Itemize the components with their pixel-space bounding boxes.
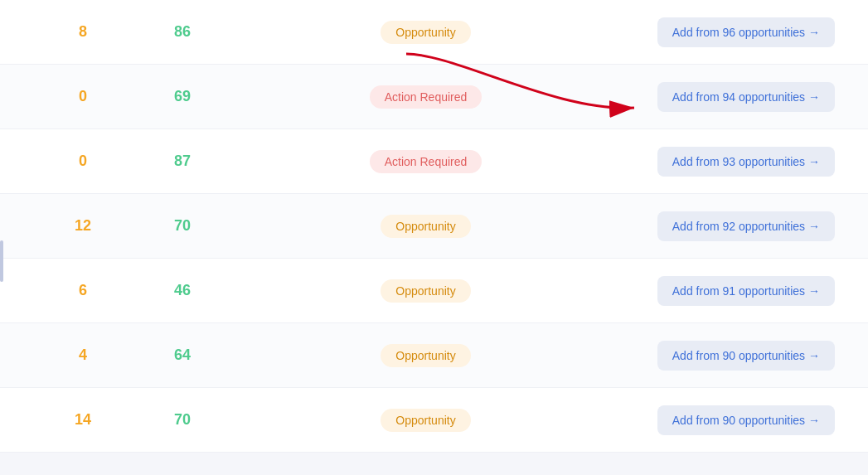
col-badge: Opportunity <box>232 279 619 303</box>
col-num2-value: 70 <box>133 217 232 235</box>
col-num2-value: 87 <box>133 153 232 170</box>
add-opportunities-button[interactable]: Add from 91 opportunities → <box>657 276 835 306</box>
add-opportunities-button[interactable]: Add from 93 opportunities → <box>657 147 835 177</box>
add-opportunities-button[interactable]: Add from 94 opportunities → <box>657 82 835 112</box>
status-badge: Opportunity <box>381 279 470 303</box>
col-badge: Opportunity <box>232 344 619 367</box>
col-action: Add from 93 opportunities → <box>619 147 835 177</box>
col-num1-value: 0 <box>33 153 133 170</box>
col-num1-value: 12 <box>33 217 133 235</box>
col-badge: Opportunity <box>232 215 619 238</box>
table-row: 12 70 Opportunity Add from 92 opportunit… <box>0 194 868 259</box>
col-num1-value: 14 <box>33 411 133 429</box>
table-row: 0 69 Action Required Add from 94 opportu… <box>0 65 868 129</box>
table-row: 8 86 Opportunity Add from 96 opportuniti… <box>0 0 868 65</box>
col-badge: Opportunity <box>232 21 619 44</box>
col-num2-value: 69 <box>133 88 232 105</box>
col-num2-value: 46 <box>133 282 232 299</box>
col-num1-value: 0 <box>33 88 133 105</box>
col-num1-value: 4 <box>33 347 133 364</box>
col-action: Add from 92 opportunities → <box>619 211 835 241</box>
col-num1-value: 6 <box>33 282 133 299</box>
col-action: Add from 90 opportunities → <box>619 405 835 435</box>
add-opportunities-button[interactable]: Add from 90 opportunities → <box>657 341 835 371</box>
col-badge: Opportunity <box>232 409 619 432</box>
col-num1-value: 8 <box>33 23 133 41</box>
table-row: 6 46 Opportunity Add from 91 opportuniti… <box>0 259 868 323</box>
col-num2-value: 86 <box>133 23 232 41</box>
add-opportunities-button[interactable]: Add from 90 opportunities → <box>657 405 835 435</box>
col-num2-value: 64 <box>133 347 232 364</box>
table-row: 0 87 Action Required Add from 93 opportu… <box>0 129 868 194</box>
add-opportunities-button[interactable]: Add from 92 opportunities → <box>657 211 835 241</box>
status-badge: Action Required <box>370 85 482 109</box>
status-badge: Opportunity <box>381 215 470 238</box>
table-row: 4 64 Opportunity Add from 90 opportuniti… <box>0 323 868 388</box>
status-badge: Opportunity <box>381 344 470 367</box>
status-badge: Opportunity <box>381 409 470 432</box>
table-row: 14 70 Opportunity Add from 90 opportunit… <box>0 388 868 453</box>
add-opportunities-button[interactable]: Add from 96 opportunities → <box>657 17 835 47</box>
col-action: Add from 94 opportunities → <box>619 82 835 112</box>
col-action: Add from 90 opportunities → <box>619 341 835 371</box>
status-badge: Action Required <box>370 150 482 173</box>
col-badge: Action Required <box>232 150 619 173</box>
col-action: Add from 91 opportunities → <box>619 276 835 306</box>
col-num2-value: 70 <box>133 411 232 429</box>
scroll-indicator <box>0 240 3 282</box>
status-badge: Opportunity <box>381 21 470 44</box>
col-badge: Action Required <box>232 85 619 109</box>
col-action: Add from 96 opportunities → <box>619 17 835 47</box>
